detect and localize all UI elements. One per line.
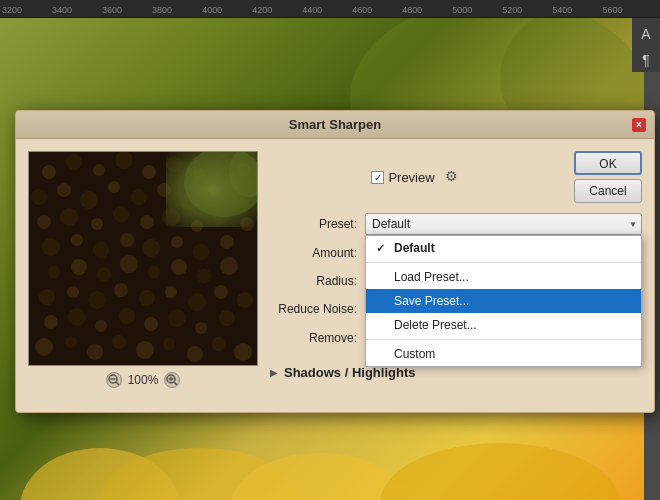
preview-label: Preview — [388, 170, 434, 185]
noise-label: Reduce Noise: — [270, 302, 365, 316]
svg-point-54 — [139, 290, 155, 306]
preset-label: Preset: — [270, 217, 365, 231]
dropdown-item-label: Custom — [394, 347, 435, 361]
preview-area: ✓ Preview ⚙ — [270, 168, 564, 186]
svg-point-12 — [166, 156, 182, 172]
dropdown-divider-2 — [366, 339, 641, 340]
preview-panel: 100% — [28, 151, 258, 388]
svg-point-48 — [197, 269, 211, 283]
svg-point-25 — [37, 215, 51, 229]
svg-point-66 — [219, 310, 235, 326]
svg-point-47 — [171, 259, 187, 275]
svg-point-11 — [142, 165, 156, 179]
svg-point-61 — [95, 320, 107, 332]
ruler-mark: 3200 — [2, 6, 22, 17]
zoom-value: 100% — [128, 373, 159, 387]
svg-point-77 — [229, 152, 258, 197]
svg-point-33 — [240, 217, 254, 231]
svg-point-13 — [193, 168, 205, 180]
svg-point-52 — [88, 291, 106, 309]
svg-point-7 — [42, 165, 56, 179]
preset-arrow-icon: ▼ — [629, 220, 637, 229]
dropdown-item-load-preset[interactable]: Load Preset... — [366, 265, 641, 289]
controls-panel: ✓ Preview ⚙ OK Cancel Preset: Default ▼ — [270, 151, 642, 388]
preset-dropdown-menu: ✓ Default Load Preset... Save Preset... — [365, 235, 642, 367]
svg-point-24 — [231, 192, 247, 208]
svg-point-40 — [193, 244, 209, 260]
toolbar-icon-paragraph[interactable]: ¶ — [634, 48, 658, 72]
svg-point-18 — [80, 191, 98, 209]
svg-point-75 — [234, 343, 252, 361]
svg-point-56 — [188, 293, 206, 311]
dialog-title: Smart Sharpen — [38, 117, 632, 132]
ruler-mark: 4000 — [202, 6, 222, 17]
gear-icon[interactable]: ⚙ — [445, 168, 463, 186]
svg-point-76 — [184, 152, 258, 217]
svg-point-9 — [93, 164, 105, 176]
svg-point-59 — [44, 315, 58, 329]
dropdown-item-save-preset[interactable]: Save Preset... — [366, 289, 641, 313]
svg-point-32 — [213, 208, 229, 224]
ruler-mark: 4600 — [352, 6, 372, 17]
ruler-mark: 5000 — [452, 6, 472, 17]
ok-button[interactable]: OK — [574, 151, 642, 175]
ruler-top: 3200 3400 3600 3800 4000 4200 4400 4600 … — [0, 0, 660, 18]
svg-point-26 — [60, 208, 78, 226]
amount-label: Amount: — [270, 246, 365, 260]
svg-point-31 — [191, 220, 203, 232]
dialog-body: 100% ✓ Preview ⚙ — [16, 139, 654, 400]
ruler-mark: 4400 — [302, 6, 322, 17]
zoom-in-button[interactable] — [164, 372, 180, 388]
svg-point-67 — [35, 338, 53, 356]
svg-point-38 — [142, 239, 160, 257]
svg-point-22 — [180, 193, 198, 211]
preview-checkbox[interactable]: ✓ — [371, 171, 384, 184]
dropdown-item-default[interactable]: ✓ Default — [366, 236, 641, 260]
preset-value: Default — [372, 217, 410, 231]
svg-point-63 — [144, 317, 158, 331]
svg-point-39 — [171, 236, 183, 248]
svg-point-64 — [168, 309, 186, 327]
dropdown-item-label: Default — [394, 241, 435, 255]
svg-point-37 — [120, 233, 134, 247]
ruler-mark: 3800 — [152, 6, 172, 17]
ruler-mark: 5400 — [552, 6, 572, 17]
svg-point-73 — [187, 346, 203, 362]
preset-select[interactable]: Default ▼ — [365, 213, 642, 235]
svg-point-34 — [42, 238, 60, 256]
checkmark-icon: ✓ — [376, 242, 390, 255]
svg-point-41 — [220, 235, 234, 249]
svg-point-20 — [131, 189, 147, 205]
dropdown-item-custom[interactable]: Custom — [366, 342, 641, 366]
ruler-mark: 5200 — [502, 6, 522, 17]
svg-point-65 — [195, 322, 207, 334]
dropdown-item-delete-preset[interactable]: Delete Preset... — [366, 313, 641, 337]
svg-point-23 — [208, 184, 220, 196]
svg-point-19 — [108, 181, 120, 193]
svg-point-8 — [66, 154, 82, 170]
close-button[interactable]: × — [632, 118, 646, 132]
cancel-button[interactable]: Cancel — [574, 179, 642, 203]
svg-point-71 — [136, 341, 154, 359]
radius-label: Radius: — [270, 274, 365, 288]
toolbar-icon-a[interactable]: A — [634, 22, 658, 46]
dialog-titlebar: Smart Sharpen × — [16, 111, 654, 139]
triangle-icon: ▶ — [270, 367, 278, 378]
svg-line-82 — [174, 382, 177, 385]
remove-label: Remove: — [270, 331, 365, 345]
preview-image — [28, 151, 258, 366]
svg-point-21 — [157, 183, 171, 197]
svg-point-36 — [93, 242, 109, 258]
svg-point-43 — [71, 259, 87, 275]
dropdown-divider — [366, 262, 641, 263]
svg-point-57 — [214, 285, 228, 299]
svg-point-55 — [165, 286, 177, 298]
svg-point-50 — [39, 289, 55, 305]
ruler-mark: 3600 — [102, 6, 122, 17]
zoom-out-button[interactable] — [106, 372, 122, 388]
svg-point-27 — [91, 218, 103, 230]
ruler-mark: 4200 — [252, 6, 272, 17]
svg-point-42 — [48, 266, 60, 278]
ruler-mark: 4800 — [402, 6, 422, 17]
svg-point-30 — [162, 208, 180, 226]
